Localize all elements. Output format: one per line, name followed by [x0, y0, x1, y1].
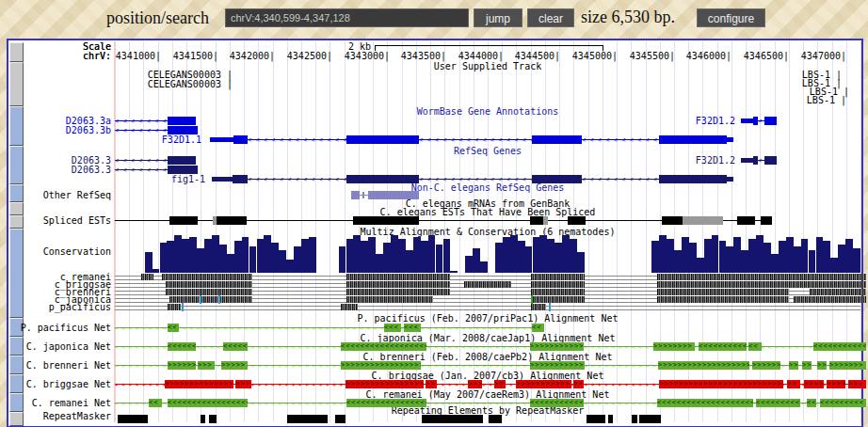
align-segment-c_brenneri[interactable]	[166, 289, 252, 295]
repeat-block[interactable]	[608, 415, 613, 423]
net-block[interactable]: >>>>>	[221, 361, 248, 370]
est-block[interactable]	[683, 216, 723, 225]
net-block[interactable]: >>	[817, 361, 827, 370]
repeat-block[interactable]	[335, 415, 346, 423]
gene-fig1-1[interactable]	[346, 175, 419, 183]
gene-fig1-1[interactable]	[233, 175, 248, 183]
align-segment-c_briggsae[interactable]	[531, 281, 585, 288]
net-block[interactable]: <<	[807, 399, 816, 407]
gene-D2063.3[interactable]	[168, 156, 196, 165]
user-track-feature[interactable]: CELEGANS00003 |	[129, 80, 233, 88]
net-block[interactable]: <<<	[404, 324, 421, 332]
net-block[interactable]: <<<<<<<<<<<	[813, 342, 866, 351]
net-block[interactable]: >>>>>>>>>>>>>>>>>>>>>>>>>>	[659, 380, 783, 388]
net-block[interactable]: >>>>>>>>	[653, 342, 695, 351]
gene-fig1-1[interactable]	[727, 177, 733, 182]
est-block[interactable]	[353, 216, 419, 225]
gene-F32D1.2[interactable]	[764, 117, 777, 125]
gene-fig1-1[interactable]	[532, 175, 582, 183]
gene-F32D1.2[interactable]	[741, 119, 753, 123]
net-block[interactable]: >>	[787, 380, 800, 388]
align-segment-c_briggsae[interactable]	[346, 281, 450, 288]
net-block[interactable]: >>>>>>	[168, 361, 196, 370]
position-search-input[interactable]	[225, 8, 469, 27]
gene-F32D1.1[interactable]	[346, 135, 419, 144]
net-block[interactable]: >>>>>>	[752, 361, 780, 370]
net-block[interactable]: <<<<<<<<<<<<<<<<<	[346, 399, 426, 407]
repeat-block[interactable]	[489, 415, 502, 423]
net-block[interactable]: <<<<<<<<<<<<<<<<<<<<	[657, 399, 753, 407]
align-segment-c_japonica[interactable]	[657, 296, 789, 303]
repeat-block[interactable]	[587, 415, 605, 423]
user-track-feature[interactable]: LBS-1 |	[743, 96, 846, 104]
align-segment-c_japonica[interactable]	[346, 296, 433, 303]
est-block[interactable]	[543, 216, 548, 225]
net-block[interactable]: >>>>>>>>>>>	[530, 361, 585, 370]
net-block[interactable]: >>>	[848, 380, 866, 388]
net-block[interactable]: >>>>>>>>>>>>>>>>>	[341, 361, 421, 370]
repeat-block[interactable]	[209, 415, 217, 423]
gene-F32D1.1[interactable]	[210, 137, 233, 142]
align-segment-p_pacificus[interactable]	[341, 304, 358, 310]
track-button-mrna[interactable]	[9, 202, 24, 215]
net-block[interactable]: <<<<<<<<<<<<<<<<<	[168, 399, 248, 407]
gene-D2063.3[interactable]	[168, 166, 198, 174]
align-segment-c_brenneri[interactable]	[657, 289, 789, 295]
net-block[interactable]: >>	[573, 380, 584, 388]
est-block[interactable]	[662, 216, 683, 225]
align-segment-p_pacificus[interactable]	[168, 304, 181, 310]
repeat-block[interactable]	[639, 415, 661, 423]
net-block[interactable]: >>>>>>>>>>>>>>>>	[346, 380, 424, 388]
align-segment-c_briggsae[interactable]	[166, 281, 252, 288]
user-track-feature[interactable]: CELEGANS00003 |	[129, 71, 233, 79]
net-block[interactable]: >>>	[468, 380, 482, 388]
repeat-block[interactable]	[287, 415, 328, 423]
align-segment-c_remanei[interactable]	[657, 274, 866, 280]
align-segment-c_brenneri[interactable]	[531, 289, 585, 295]
gene-F32D1.2[interactable]	[764, 156, 777, 165]
gene-F32D1.1[interactable]	[659, 135, 727, 144]
other-refseq-feature[interactable]	[368, 191, 419, 199]
clear-button[interactable]: clear	[527, 8, 574, 27]
gene-F32D1.2[interactable]	[753, 156, 758, 165]
gene-F32D1.1[interactable]	[233, 135, 248, 144]
gene-D2063.3b[interactable]	[168, 126, 198, 134]
configure-button[interactable]: configure	[697, 8, 765, 27]
gene-fig1-1[interactable]	[212, 177, 233, 182]
gene-F32D1.2[interactable]	[753, 117, 758, 125]
repeat-block[interactable]	[632, 415, 637, 423]
net-block[interactable]: <<<<<<<<<<<	[530, 399, 584, 407]
net-block[interactable]: <<	[748, 342, 762, 351]
net-block[interactable]: >>>>>>>>>>>>>>	[165, 380, 233, 388]
net-block[interactable]: >>>>>>>>>>>>>>>>>>>	[658, 361, 749, 370]
est-block[interactable]	[568, 216, 586, 225]
est-block[interactable]	[217, 216, 247, 225]
align-segment-c_briggsae[interactable]	[657, 281, 866, 288]
align-segment-c_remanei[interactable]	[162, 274, 252, 280]
repeat-block[interactable]	[201, 415, 205, 423]
net-block[interactable]: >>>	[198, 361, 215, 370]
align-segment-c_japonica[interactable]	[533, 296, 585, 303]
net-block[interactable]: >>	[494, 380, 506, 388]
align-segment-c_remanei[interactable]	[141, 274, 153, 280]
align-segment-c_remanei[interactable]	[346, 274, 450, 280]
align-segment-c_remanei[interactable]	[531, 274, 585, 280]
gene-fig1-1[interactable]	[659, 175, 727, 183]
net-block[interactable]: >>>>	[804, 380, 824, 388]
est-block[interactable]	[169, 216, 198, 225]
net-block[interactable]: <<	[149, 399, 162, 407]
gene-F32D1.1[interactable]	[532, 135, 582, 144]
est-block[interactable]	[761, 216, 772, 225]
jump-button[interactable]: jump	[474, 8, 522, 27]
net-block[interactable]: <<<<<<<<<<	[699, 342, 747, 351]
align-segment-c_brenneri[interactable]	[346, 289, 450, 295]
align-segment-p_pacificus[interactable]	[531, 304, 546, 310]
repeat-block[interactable]	[118, 415, 148, 423]
net-block[interactable]: >>>>>>>	[829, 361, 866, 370]
net-block[interactable]: >>	[802, 361, 812, 370]
net-block[interactable]: >>>>	[827, 380, 845, 388]
net-block[interactable]: <<	[168, 324, 179, 332]
other-refseq-feature[interactable]	[351, 191, 360, 199]
align-segment-c_briggsae[interactable]	[464, 281, 511, 288]
repeat-block[interactable]	[422, 415, 483, 423]
